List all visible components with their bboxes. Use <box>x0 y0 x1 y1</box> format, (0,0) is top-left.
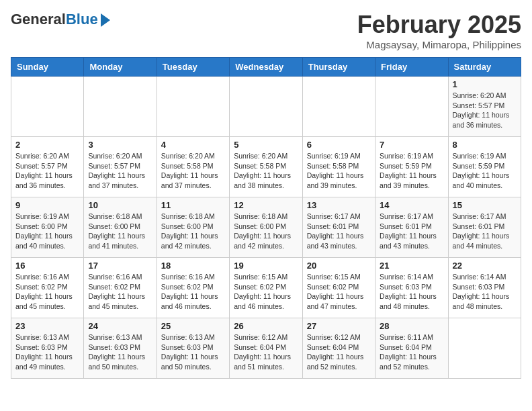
day-info: Sunrise: 6:20 AM Sunset: 5:57 PM Dayligh… <box>88 151 152 191</box>
title-section: February 2025 Magsaysay, Mimaropa, Phili… <box>357 11 521 50</box>
day-info: Sunrise: 6:14 AM Sunset: 6:03 PM Dayligh… <box>380 272 443 312</box>
day-number: 20 <box>307 261 371 271</box>
calendar-cell: 12Sunrise: 6:18 AM Sunset: 6:00 PM Dayli… <box>230 197 302 258</box>
day-number: 22 <box>453 261 517 271</box>
calendar-cell: 19Sunrise: 6:15 AM Sunset: 6:02 PM Dayli… <box>230 258 302 318</box>
calendar-cell <box>375 77 448 137</box>
day-info: Sunrise: 6:17 AM Sunset: 6:01 PM Dayligh… <box>453 212 517 251</box>
day-number: 10 <box>88 200 152 210</box>
calendar-cell: 1Sunrise: 6:20 AM Sunset: 5:57 PM Daylig… <box>448 77 521 137</box>
day-info: Sunrise: 6:20 AM Sunset: 5:58 PM Dayligh… <box>234 151 298 191</box>
calendar-cell: 10Sunrise: 6:18 AM Sunset: 6:00 PM Dayli… <box>84 197 157 258</box>
day-number: 21 <box>380 261 443 271</box>
weekday-header-tuesday: Tuesday <box>157 58 229 77</box>
day-number: 13 <box>307 200 371 210</box>
day-info: Sunrise: 6:16 AM Sunset: 6:02 PM Dayligh… <box>161 272 225 312</box>
calendar-cell: 7Sunrise: 6:19 AM Sunset: 5:59 PM Daylig… <box>375 137 448 197</box>
calendar-week-2: 9Sunrise: 6:19 AM Sunset: 6:00 PM Daylig… <box>11 197 521 258</box>
day-number: 24 <box>88 321 152 331</box>
calendar-cell: 13Sunrise: 6:17 AM Sunset: 6:01 PM Dayli… <box>302 197 375 258</box>
day-info: Sunrise: 6:14 AM Sunset: 6:03 PM Dayligh… <box>453 272 517 312</box>
day-number: 12 <box>234 200 298 210</box>
weekday-header-sunday: Sunday <box>11 58 84 77</box>
day-number: 16 <box>15 261 79 271</box>
day-number: 1 <box>453 79 517 89</box>
calendar-cell: 24Sunrise: 6:13 AM Sunset: 6:03 PM Dayli… <box>84 318 157 379</box>
day-info: Sunrise: 6:13 AM Sunset: 6:03 PM Dayligh… <box>88 332 152 372</box>
day-number: 8 <box>453 140 517 150</box>
day-number: 19 <box>234 261 298 271</box>
day-number: 11 <box>161 200 225 210</box>
weekday-header-wednesday: Wednesday <box>230 58 302 77</box>
calendar-cell: 14Sunrise: 6:17 AM Sunset: 6:01 PM Dayli… <box>375 197 448 258</box>
day-number: 17 <box>88 261 152 271</box>
day-info: Sunrise: 6:11 AM Sunset: 6:04 PM Dayligh… <box>380 332 443 372</box>
day-number: 5 <box>234 140 298 150</box>
calendar-cell: 20Sunrise: 6:15 AM Sunset: 6:02 PM Dayli… <box>302 258 375 318</box>
day-number: 15 <box>453 200 517 210</box>
day-info: Sunrise: 6:13 AM Sunset: 6:03 PM Dayligh… <box>15 332 79 372</box>
logo: General Blue <box>11 11 110 28</box>
day-info: Sunrise: 6:12 AM Sunset: 6:04 PM Dayligh… <box>234 332 298 372</box>
calendar-cell: 27Sunrise: 6:12 AM Sunset: 6:04 PM Dayli… <box>302 318 375 379</box>
calendar-cell <box>84 77 157 137</box>
calendar-cell: 6Sunrise: 6:19 AM Sunset: 5:58 PM Daylig… <box>302 137 375 197</box>
day-info: Sunrise: 6:15 AM Sunset: 6:02 PM Dayligh… <box>234 272 298 312</box>
day-info: Sunrise: 6:15 AM Sunset: 6:02 PM Dayligh… <box>307 272 371 312</box>
calendar-cell: 8Sunrise: 6:19 AM Sunset: 5:59 PM Daylig… <box>448 137 521 197</box>
day-number: 14 <box>380 200 443 210</box>
day-info: Sunrise: 6:19 AM Sunset: 5:59 PM Dayligh… <box>380 151 443 191</box>
calendar-cell <box>11 77 84 137</box>
weekday-header-row: SundayMondayTuesdayWednesdayThursdayFrid… <box>11 58 521 77</box>
day-info: Sunrise: 6:19 AM Sunset: 5:58 PM Dayligh… <box>307 151 371 191</box>
logo-arrow-icon <box>101 13 110 27</box>
day-info: Sunrise: 6:19 AM Sunset: 6:00 PM Dayligh… <box>15 212 79 251</box>
weekday-header-saturday: Saturday <box>448 58 521 77</box>
day-number: 2 <box>15 140 79 150</box>
day-info: Sunrise: 6:16 AM Sunset: 6:02 PM Dayligh… <box>15 272 79 312</box>
day-number: 7 <box>380 140 443 150</box>
calendar-week-1: 2Sunrise: 6:20 AM Sunset: 5:57 PM Daylig… <box>11 137 521 197</box>
calendar-cell: 2Sunrise: 6:20 AM Sunset: 5:57 PM Daylig… <box>11 137 84 197</box>
calendar-cell: 26Sunrise: 6:12 AM Sunset: 6:04 PM Dayli… <box>230 318 302 379</box>
calendar-cell: 5Sunrise: 6:20 AM Sunset: 5:58 PM Daylig… <box>230 137 302 197</box>
day-info: Sunrise: 6:20 AM Sunset: 5:57 PM Dayligh… <box>15 151 79 191</box>
calendar-cell: 22Sunrise: 6:14 AM Sunset: 6:03 PM Dayli… <box>448 258 521 318</box>
calendar-cell: 17Sunrise: 6:16 AM Sunset: 6:02 PM Dayli… <box>84 258 157 318</box>
calendar-cell: 3Sunrise: 6:20 AM Sunset: 5:57 PM Daylig… <box>84 137 157 197</box>
day-info: Sunrise: 6:20 AM Sunset: 5:57 PM Dayligh… <box>453 91 517 130</box>
calendar-cell: 21Sunrise: 6:14 AM Sunset: 6:03 PM Dayli… <box>375 258 448 318</box>
weekday-header-friday: Friday <box>375 58 448 77</box>
day-info: Sunrise: 6:12 AM Sunset: 6:04 PM Dayligh… <box>307 332 371 372</box>
calendar-cell <box>230 77 302 137</box>
weekday-header-thursday: Thursday <box>302 58 375 77</box>
calendar-cell: 16Sunrise: 6:16 AM Sunset: 6:02 PM Dayli… <box>11 258 84 318</box>
page-header: General Blue February 2025 Magsaysay, Mi… <box>11 11 521 50</box>
day-info: Sunrise: 6:17 AM Sunset: 6:01 PM Dayligh… <box>380 212 443 251</box>
day-number: 3 <box>88 140 152 150</box>
calendar-cell: 11Sunrise: 6:18 AM Sunset: 6:00 PM Dayli… <box>157 197 229 258</box>
day-number: 4 <box>161 140 225 150</box>
day-number: 18 <box>161 261 225 271</box>
calendar-cell: 23Sunrise: 6:13 AM Sunset: 6:03 PM Dayli… <box>11 318 84 379</box>
day-info: Sunrise: 6:13 AM Sunset: 6:03 PM Dayligh… <box>161 332 225 372</box>
month-title: February 2025 <box>357 11 521 39</box>
calendar-cell: 28Sunrise: 6:11 AM Sunset: 6:04 PM Dayli… <box>375 318 448 379</box>
day-info: Sunrise: 6:20 AM Sunset: 5:58 PM Dayligh… <box>161 151 225 191</box>
calendar-week-3: 16Sunrise: 6:16 AM Sunset: 6:02 PM Dayli… <box>11 258 521 318</box>
logo-blue: Blue <box>66 11 98 28</box>
calendar-week-4: 23Sunrise: 6:13 AM Sunset: 6:03 PM Dayli… <box>11 318 521 379</box>
day-number: 25 <box>161 321 225 331</box>
calendar-cell <box>448 318 521 379</box>
calendar-table: SundayMondayTuesdayWednesdayThursdayFrid… <box>11 57 521 379</box>
day-info: Sunrise: 6:18 AM Sunset: 6:00 PM Dayligh… <box>161 212 225 251</box>
logo-general: General <box>11 11 66 28</box>
calendar-cell: 25Sunrise: 6:13 AM Sunset: 6:03 PM Dayli… <box>157 318 229 379</box>
day-info: Sunrise: 6:19 AM Sunset: 5:59 PM Dayligh… <box>453 151 517 191</box>
calendar-cell <box>302 77 375 137</box>
day-info: Sunrise: 6:18 AM Sunset: 6:00 PM Dayligh… <box>234 212 298 251</box>
calendar-cell: 9Sunrise: 6:19 AM Sunset: 6:00 PM Daylig… <box>11 197 84 258</box>
day-number: 28 <box>380 321 443 331</box>
day-info: Sunrise: 6:18 AM Sunset: 6:00 PM Dayligh… <box>88 212 152 251</box>
calendar-cell: 15Sunrise: 6:17 AM Sunset: 6:01 PM Dayli… <box>448 197 521 258</box>
